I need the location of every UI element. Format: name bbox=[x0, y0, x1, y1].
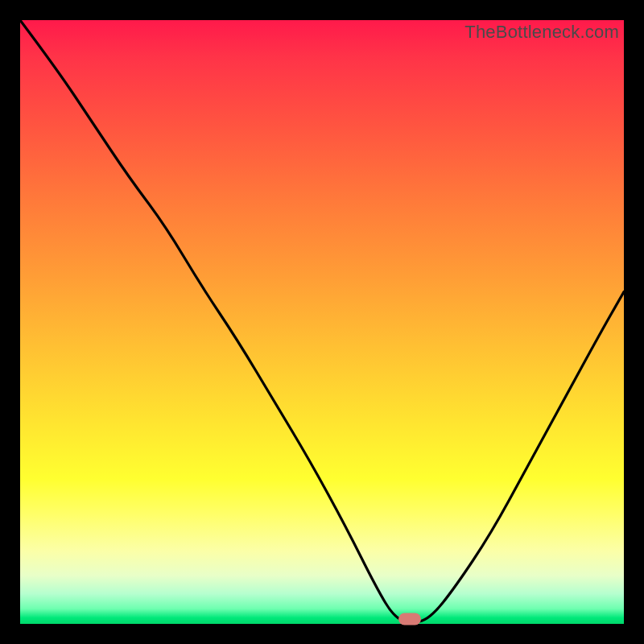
bottleneck-curve bbox=[20, 20, 624, 624]
plot-area: TheBottleneck.com bbox=[20, 20, 624, 624]
optimal-point-marker bbox=[398, 613, 421, 625]
chart-frame: TheBottleneck.com bbox=[0, 0, 644, 644]
curve-path bbox=[20, 20, 624, 622]
